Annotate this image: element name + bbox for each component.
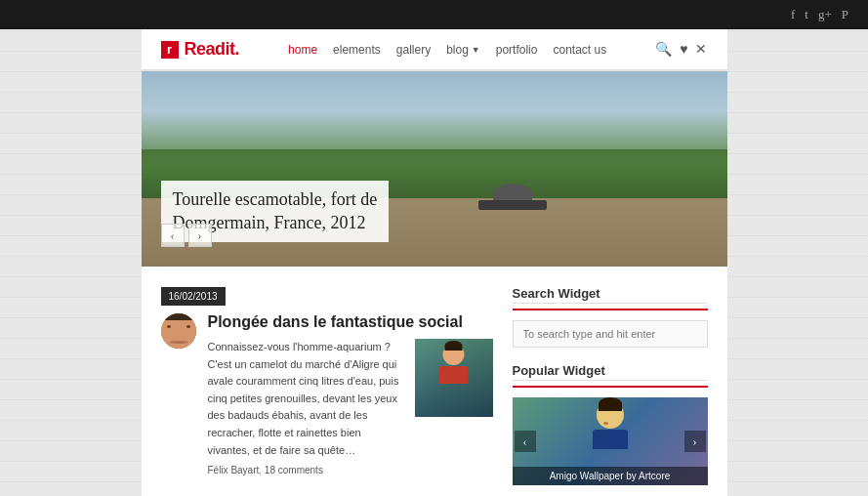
logo-icon: r: [161, 41, 179, 59]
carousel-prev-button[interactable]: ‹: [515, 431, 536, 452]
thumb-hair: [445, 341, 463, 351]
logo-area: r Readit.: [161, 39, 240, 60]
post-date-badge: 16/02/2013: [161, 287, 226, 306]
googleplus-icon[interactable]: g+: [818, 7, 832, 22]
carousel-hair: [599, 397, 622, 411]
post-meta: Félix Bayart, 18 comments: [208, 465, 493, 475]
nav-gallery[interactable]: gallery: [396, 43, 431, 57]
nav-home[interactable]: home: [288, 43, 317, 57]
site-wrapper: r Readit. home elements gallery blog▼ po…: [142, 29, 727, 496]
avatar-eye-left: [167, 325, 171, 328]
twitter-icon[interactable]: t: [805, 7, 808, 22]
post-title[interactable]: Plongée dans le fantastique social: [208, 313, 493, 331]
search-input[interactable]: [513, 320, 708, 348]
thumb-head: [443, 344, 465, 365]
pinterest-icon[interactable]: P: [842, 7, 848, 22]
post-layout: Plongée dans le fantastique social Conna…: [161, 313, 493, 475]
thumb-body: [439, 366, 469, 384]
nav-blog-label: blog: [446, 43, 469, 57]
post-thumbnail: [415, 339, 493, 417]
post-author-link[interactable]: Félix Bayart: [208, 465, 260, 475]
post-item: 16/02/2013 Plongée dans le fantastique s…: [161, 286, 493, 475]
main-content: 16/02/2013 Plongée dans le fantastique s…: [161, 286, 493, 496]
nav-contact[interactable]: contact us: [553, 43, 606, 57]
facebook-icon[interactable]: f: [791, 7, 795, 22]
logo-text-pre: Read: [185, 39, 226, 59]
logo-text-accent: it: [226, 39, 235, 59]
popular-widget-title: Popular Widget: [513, 363, 708, 388]
slider-prev-button[interactable]: ‹: [161, 224, 185, 247]
main-nav: home elements gallery blog▼ portfolio co…: [288, 43, 606, 57]
carousel-body: [593, 430, 628, 449]
avatar-hair: [164, 313, 193, 320]
sidebar: Search Widget Popular Widget: [513, 286, 708, 496]
carousel-next-button[interactable]: ›: [684, 431, 706, 452]
post-comments-link[interactable]: 18 comments: [265, 465, 323, 475]
search-icon[interactable]: 🔍: [655, 41, 672, 58]
popular-item-label: Amigo Wallpaper by Artcore: [513, 467, 708, 485]
popular-carousel: ‹ Amigo Wallpaper by Artcore ›: [513, 397, 708, 485]
carousel-figure: [593, 401, 628, 449]
carousel-head: [597, 401, 624, 429]
nav-portfolio[interactable]: portfolio: [496, 43, 538, 57]
content-area: 16/02/2013 Plongée dans le fantastique s…: [142, 267, 727, 496]
avatar: [161, 313, 196, 349]
search-widget: Search Widget: [513, 286, 708, 348]
search-widget-title: Search Widget: [513, 286, 708, 310]
header-icons: 🔍 ♥ ✕: [655, 41, 707, 58]
top-bar: f t g+ P: [0, 0, 868, 29]
site-header: r Readit. home elements gallery blog▼ po…: [142, 29, 727, 71]
close-icon[interactable]: ✕: [695, 41, 707, 58]
hero-caption-line1: Tourelle escamotable, fort de: [173, 189, 378, 209]
post-excerpt: Connaissez-vous l'homme-aquarium ? C'est…: [208, 341, 399, 456]
post-text: Connaissez-vous l'homme-aquarium ? C'est…: [208, 339, 405, 459]
avatar-eye-right: [186, 325, 190, 328]
avatar-mouth: [169, 341, 188, 344]
logo-text: Readit.: [185, 39, 240, 60]
nav-elements[interactable]: elements: [333, 43, 381, 57]
hero-slider: Tourelle escamotable, fort de Domgermain…: [142, 71, 727, 267]
nav-blog[interactable]: blog▼: [446, 43, 480, 57]
avatar-face: [161, 313, 196, 349]
post-with-thumb: Connaissez-vous l'homme-aquarium ? C'est…: [208, 339, 493, 459]
blog-dropdown-icon: ▼: [472, 45, 480, 55]
post-body: Plongée dans le fantastique social Conna…: [208, 313, 493, 475]
bunker-base: [478, 200, 547, 210]
popular-widget: Popular Widget ‹ Amigo Wallpaper by Artc…: [513, 363, 708, 485]
heart-icon[interactable]: ♥: [680, 42, 687, 58]
slider-next-button[interactable]: ›: [188, 224, 212, 247]
carousel-mouth: [603, 422, 608, 425]
thumb-figure: [432, 344, 475, 402]
